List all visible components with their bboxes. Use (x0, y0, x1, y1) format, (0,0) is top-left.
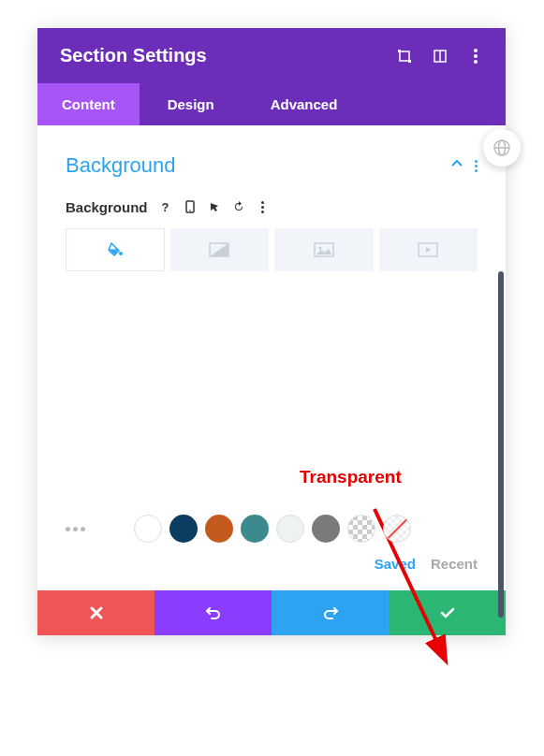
scrollbar[interactable] (498, 271, 504, 618)
swatch-5[interactable] (241, 515, 269, 543)
background-label-row: Background ? (66, 196, 478, 217)
bg-tab-image[interactable] (274, 228, 374, 271)
mobile-icon[interactable] (180, 196, 200, 217)
swatch-transparent[interactable] (383, 515, 411, 543)
panel-layout-icon[interactable] (433, 49, 448, 64)
section-title[interactable]: Background (66, 153, 175, 178)
bg-tab-color[interactable] (66, 228, 165, 271)
undo-button[interactable] (154, 590, 272, 635)
header-actions (397, 49, 483, 64)
help-icon[interactable]: ? (155, 196, 176, 217)
svg-point-13 (119, 252, 123, 255)
collapse-icon[interactable] (450, 157, 463, 174)
kebab-menu-icon[interactable] (468, 49, 483, 64)
recent-link[interactable]: Recent (431, 556, 478, 572)
swatch-more-icon[interactable] (66, 527, 91, 531)
swatch-2[interactable] (134, 515, 162, 543)
settings-panel: Section Settings Content Design Advanced… (37, 28, 506, 635)
panel-header: Section Settings (37, 28, 506, 83)
reset-icon[interactable] (228, 196, 249, 217)
more-icon[interactable] (253, 196, 273, 217)
svg-rect-0 (400, 51, 409, 61)
swatch-checker[interactable] (347, 515, 375, 543)
section-header: Background (66, 153, 478, 178)
svg-point-12 (189, 210, 191, 211)
bg-tab-video[interactable] (379, 228, 478, 271)
annotation-label: Transparent (300, 467, 402, 487)
saved-link[interactable]: Saved (375, 556, 416, 572)
bg-tab-gradient[interactable] (170, 228, 270, 271)
swatch-6[interactable] (276, 515, 304, 543)
svg-rect-2 (408, 60, 411, 63)
svg-point-16 (318, 247, 321, 250)
swatch-links: Saved Recent (66, 556, 478, 572)
panel-title: Section Settings (60, 45, 207, 66)
section-menu-icon[interactable] (475, 160, 478, 172)
svg-point-5 (474, 49, 478, 52)
tab-content[interactable]: Content (37, 83, 140, 125)
background-type-tabs (66, 228, 478, 271)
tab-bar: Content Design Advanced (37, 83, 506, 125)
tab-design[interactable]: Design (140, 83, 243, 125)
panel-body: Background Background ? (37, 125, 506, 590)
svg-point-7 (474, 60, 478, 64)
swatch-7[interactable] (312, 515, 340, 543)
background-tool-icons: ? (155, 196, 273, 217)
swatch-1[interactable] (98, 515, 126, 543)
redo-button[interactable] (272, 590, 389, 635)
tab-advanced[interactable]: Advanced (243, 83, 366, 125)
svg-rect-1 (398, 50, 401, 52)
save-button[interactable] (389, 590, 506, 635)
swatch-4[interactable] (205, 515, 233, 543)
svg-point-6 (474, 54, 478, 58)
expand-icon[interactable] (397, 49, 412, 64)
cancel-button[interactable] (37, 590, 154, 635)
background-label: Background (66, 199, 148, 215)
swatch-3[interactable] (169, 515, 198, 543)
color-swatches: Saved Recent (66, 515, 478, 572)
hover-icon[interactable] (204, 196, 225, 217)
section-controls (450, 157, 478, 174)
footer-actions (37, 590, 506, 635)
